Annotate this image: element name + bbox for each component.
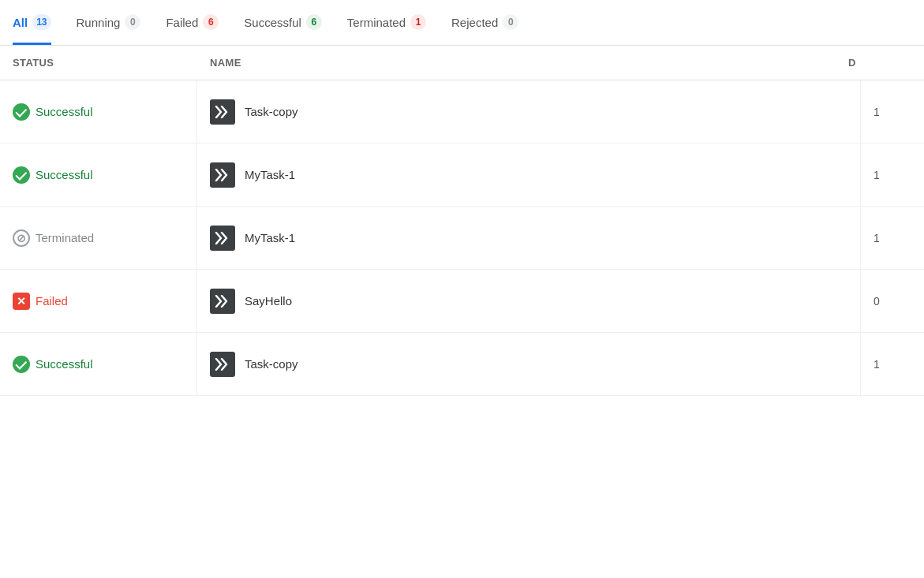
task-name-1: MyTask-1 (245, 168, 295, 181)
table-row[interactable]: Successful MyTask-1 1 (0, 144, 924, 207)
cell-status-0: Successful (0, 80, 197, 143)
tab-badge-successful: 6 (306, 14, 322, 30)
status-text-3: Failed (36, 294, 68, 308)
status-label-2: ⊘ Terminated (13, 229, 94, 247)
status-label-4: Successful (13, 356, 93, 373)
tab-badge-running: 0 (125, 14, 140, 30)
cell-status-3: ✕ Failed (0, 270, 197, 332)
successful-icon (13, 166, 30, 184)
tab-failed[interactable]: Failed 6 (166, 0, 219, 45)
table-header: Status Name D (0, 46, 924, 80)
cell-status-2: ⊘ Terminated (0, 207, 197, 269)
tab-label-failed: Failed (166, 16, 198, 29)
cell-d-0: 1 (861, 80, 924, 143)
tab-terminated[interactable]: Terminated 1 (347, 0, 426, 45)
col-header-status: Status (13, 57, 210, 69)
status-text-4: Successful (36, 357, 93, 371)
table-row[interactable]: ⊘ Terminated MyTask-1 1 (0, 207, 924, 270)
tab-label-terminated: Terminated (347, 16, 406, 29)
tab-label-all: All (13, 16, 28, 29)
successful-icon (13, 103, 30, 121)
status-text-1: Successful (36, 168, 93, 181)
tab-label-successful: Successful (244, 16, 301, 29)
tab-running[interactable]: Running 0 (77, 0, 141, 45)
cell-name-3: SayHello (197, 270, 861, 332)
cell-name-1: MyTask-1 (197, 144, 861, 206)
status-label-3: ✕ Failed (13, 293, 68, 310)
cell-d-1: 1 (861, 144, 924, 206)
table-row[interactable]: ✕ Failed SayHello 0 (0, 270, 924, 333)
task-name-2: MyTask-1 (245, 231, 295, 244)
task-icon-3 (210, 289, 235, 314)
tab-badge-all: 13 (32, 14, 51, 30)
status-label-0: Successful (13, 103, 93, 121)
col-header-name: Name (210, 57, 848, 69)
failed-icon: ✕ (13, 293, 30, 310)
tab-label-running: Running (77, 16, 121, 29)
cell-status-4: Successful (0, 333, 197, 395)
terminated-icon: ⊘ (13, 229, 30, 247)
cell-d-4: 1 (861, 333, 924, 395)
cell-d-3: 0 (861, 270, 924, 332)
table-row[interactable]: Successful Task-copy 1 (0, 333, 924, 396)
tab-label-rejected: Rejected (451, 16, 498, 29)
task-name-0: Task-copy (245, 105, 298, 118)
task-name-3: SayHello (245, 294, 292, 308)
cell-name-4: Task-copy (197, 333, 861, 395)
tab-all[interactable]: All 13 (13, 0, 51, 45)
task-icon-1 (210, 162, 235, 188)
tab-rejected[interactable]: Rejected 0 (451, 0, 518, 45)
status-label-1: Successful (13, 166, 93, 184)
successful-icon (13, 356, 30, 373)
table-body: Successful Task-copy 1 Successful (0, 80, 924, 396)
tabs-bar: All 13 Running 0 Failed 6 Successful 6 T… (0, 0, 924, 46)
cell-name-2: MyTask-1 (197, 207, 861, 269)
tab-badge-terminated: 1 (410, 14, 426, 30)
table-row[interactable]: Successful Task-copy 1 (0, 80, 924, 144)
tab-badge-failed: 6 (203, 14, 219, 30)
status-text-0: Successful (36, 105, 93, 118)
tab-badge-rejected: 0 (503, 14, 518, 30)
col-header-d: D (848, 57, 911, 69)
cell-name-0: Task-copy (197, 80, 861, 143)
status-text-2: Terminated (36, 231, 94, 244)
tab-successful[interactable]: Successful 6 (244, 0, 322, 45)
cell-status-1: Successful (0, 144, 197, 206)
task-icon-4 (210, 352, 235, 377)
task-name-4: Task-copy (245, 357, 298, 371)
task-icon-0 (210, 99, 235, 125)
task-icon-2 (210, 226, 235, 251)
cell-d-2: 1 (861, 207, 924, 269)
